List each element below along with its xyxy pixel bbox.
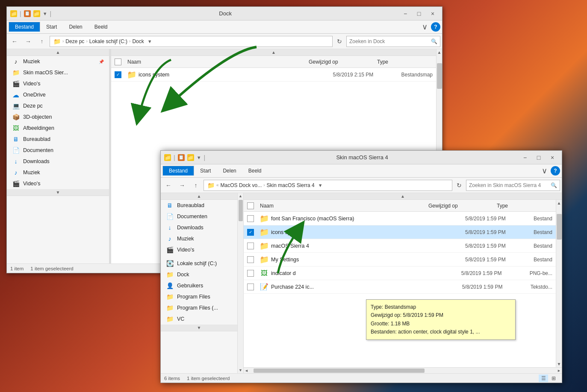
checkbox-indicator-skin[interactable] bbox=[247, 270, 254, 277]
sidebar-item-muziek-dock[interactable]: ♪ Muziek 📌 bbox=[7, 56, 109, 67]
sidebar-scroll-down-skin[interactable]: ▼ bbox=[161, 325, 237, 331]
sidebar-scroll-up-dock[interactable]: ▲ bbox=[7, 49, 109, 56]
scrollbar-down-skin[interactable]: ▼ bbox=[556, 362, 562, 367]
sidebar-item-muziek-skin[interactable]: ♪ Muziek bbox=[161, 233, 237, 244]
sidebar-item-muziek2-dock[interactable]: ♪ Muziek bbox=[7, 167, 109, 178]
close-button-dock[interactable]: × bbox=[427, 9, 439, 18]
sidebar-scroll-up-skin[interactable]: ▲ bbox=[161, 193, 237, 200]
sidebar-item-drive-skin[interactable]: 💽 Lokale schijf (C:) bbox=[161, 258, 237, 269]
sidebar-item-dezepc-dock[interactable]: 💻 Deze pc bbox=[7, 100, 109, 111]
hscroll-thumb-skin[interactable] bbox=[254, 369, 425, 373]
sidebar-item-onedrive-dock[interactable]: ☁ OneDrive bbox=[7, 89, 109, 100]
tab-delen-dock[interactable]: Delen bbox=[63, 22, 88, 32]
path-part1-dock[interactable]: Deze pc bbox=[65, 38, 84, 44]
hscroll-right-skin[interactable]: ► bbox=[556, 369, 562, 373]
scrollbar-thumb-skin[interactable] bbox=[557, 214, 562, 240]
tab-beeld-skin[interactable]: Beeld bbox=[242, 166, 268, 176]
maximize-button-skin[interactable]: □ bbox=[533, 153, 545, 162]
back-button-dock[interactable]: ← bbox=[9, 35, 21, 47]
sidebar-item-documenten-skin[interactable]: 📄 Documenten bbox=[161, 211, 237, 222]
details-view-btn-skin[interactable]: ☰ bbox=[539, 374, 548, 382]
col-name-dock[interactable]: Naam bbox=[127, 59, 309, 65]
minimize-button-dock[interactable]: − bbox=[399, 9, 411, 18]
checkbox-macos-skin[interactable] bbox=[247, 243, 254, 249]
close-button-skin[interactable]: × bbox=[546, 153, 558, 162]
tab-start-dock[interactable]: Start bbox=[40, 22, 63, 32]
sidebar-item-programfiles-skin[interactable]: 📁 Program Files bbox=[161, 291, 237, 302]
tab-start-skin[interactable]: Start bbox=[194, 166, 217, 176]
forward-button-skin[interactable]: → bbox=[176, 179, 188, 191]
path-dropdown-dock[interactable]: ▼ bbox=[147, 39, 152, 44]
refresh-button-dock[interactable]: ↻ bbox=[334, 36, 345, 47]
horizontal-scrollbar-skin[interactable]: ◄ ► bbox=[244, 367, 562, 373]
table-row[interactable]: 📝 Purchase 224 ic... 5/8/2019 1:59 PM Te… bbox=[244, 280, 556, 294]
checkbox-purchase-skin[interactable] bbox=[247, 284, 254, 290]
tab-bestand-dock[interactable]: Bestand bbox=[9, 22, 40, 32]
tiles-view-btn-skin[interactable]: ⊞ bbox=[549, 374, 558, 382]
path-dropdown-skin[interactable]: ▼ bbox=[318, 183, 323, 188]
sidebar-item-3dobjecten-dock[interactable]: 📦 3D-objecten bbox=[7, 111, 109, 123]
search-input-dock[interactable] bbox=[349, 38, 431, 44]
sidebar-item-downloads-skin[interactable]: ↓ Downloads bbox=[161, 222, 237, 233]
file-checkbox-icons-dock[interactable]: ✓ bbox=[115, 71, 121, 78]
sidebar-item-skin-dock[interactable]: 📁 Skin macOS Sier... bbox=[7, 67, 109, 78]
address-path-skin[interactable]: 📁 « MacOS Dock vo... › Skin macOS Sierra… bbox=[204, 180, 452, 191]
sidebar-item-bureaublad-skin[interactable]: 🖥 Bureaublad bbox=[161, 200, 237, 211]
sidebar-sb-up-skin[interactable]: ▲ bbox=[239, 194, 242, 198]
sidebar-item-videos-skin[interactable]: 🎬 Video's bbox=[161, 244, 237, 255]
minimize-button-skin[interactable]: − bbox=[519, 153, 531, 162]
forward-button-dock[interactable]: → bbox=[22, 35, 34, 47]
hscroll-left-skin[interactable]: ◄ bbox=[244, 369, 249, 373]
checkbox-mysettings-skin[interactable] bbox=[247, 256, 254, 263]
checkbox-icons-skin[interactable]: ✓ bbox=[247, 229, 254, 236]
sidebar-item-programfiles2-skin[interactable]: 📁 Program Files (... bbox=[161, 302, 237, 313]
ribbon-expand-skin[interactable]: ∨ bbox=[538, 165, 551, 176]
col-date-dock[interactable]: Gewijzigd op bbox=[309, 59, 377, 65]
path-part3-dock[interactable]: Dock bbox=[132, 38, 144, 44]
scrollbar-v-skin[interactable]: ▲ ▼ bbox=[556, 200, 562, 367]
header-checkbox-dock[interactable] bbox=[115, 59, 121, 65]
sidebar-item-dock-skin[interactable]: 📁 Dock bbox=[161, 269, 237, 280]
col-name-skin[interactable]: Naam bbox=[260, 203, 428, 209]
scrollbar-up-skin[interactable]: ▲ bbox=[556, 200, 562, 205]
header-checkbox-skin[interactable] bbox=[247, 202, 254, 209]
table-row[interactable]: ✓ 📁 icons system 5/8/2019 2:15 PM Bestan… bbox=[111, 68, 436, 82]
table-row[interactable]: 🖼 indicator d 5/8/2019 1:59 PM PNG-be... bbox=[244, 266, 556, 280]
path-part1-skin[interactable]: MacOS Dock vo... bbox=[221, 182, 262, 188]
search-input-skin[interactable] bbox=[469, 182, 551, 188]
maximize-button-dock[interactable]: □ bbox=[413, 9, 425, 18]
scrollbar-thumb-dock[interactable] bbox=[437, 63, 442, 89]
help-button-dock[interactable]: ? bbox=[431, 22, 440, 32]
address-path-dock[interactable]: 📁 › Deze pc › Lokale schijf (C:) › Dock … bbox=[50, 36, 333, 47]
tab-delen-skin[interactable]: Delen bbox=[217, 166, 242, 176]
tab-beeld-dock[interactable]: Beeld bbox=[88, 22, 114, 32]
col-type-dock[interactable]: Type bbox=[377, 59, 433, 65]
sidebar-item-gebruikers-skin[interactable]: 👤 Gebruikers bbox=[161, 280, 237, 291]
sidebar-scrollbar-skin[interactable]: ▲ ▼ bbox=[238, 193, 244, 373]
refresh-button-skin[interactable]: ↻ bbox=[454, 180, 464, 190]
sidebar-item-videos-dock[interactable]: 🎬 Video's bbox=[7, 78, 109, 89]
file-scroll-up-skin[interactable]: ▲ bbox=[244, 193, 562, 200]
help-button-skin[interactable]: ? bbox=[551, 166, 560, 176]
sidebar-item-afbeeldingen-dock[interactable]: 🖼 Afbeeldingen bbox=[7, 123, 109, 134]
table-row[interactable]: 📁 My Settings 5/8/2019 1:59 PM Bestand bbox=[244, 253, 556, 266]
table-row[interactable]: 📁 font San Francisco (macOS Sierra) 5/8/… bbox=[244, 212, 556, 225]
table-row[interactable]: 📁 macOS Sierra 4 5/8/2019 1:59 PM Bestan… bbox=[244, 239, 556, 253]
sidebar-sb-thumb-skin[interactable] bbox=[239, 200, 243, 221]
back-button-skin[interactable]: ← bbox=[162, 179, 174, 191]
path-part2-dock[interactable]: Lokale schijf (C:) bbox=[89, 38, 127, 44]
scrollbar-up-dock[interactable]: ▲ bbox=[437, 49, 442, 55]
sidebar-item-bureaublad-dock[interactable]: 🖥 Bureaublad bbox=[7, 134, 109, 145]
path-part2-skin[interactable]: Skin macOS Sierra 4 bbox=[267, 182, 315, 188]
ribbon-expand-dock[interactable]: ∨ bbox=[419, 21, 431, 32]
sidebar-item-downloads-dock[interactable]: ↓ Downloads bbox=[7, 156, 109, 167]
sidebar-sb-down-skin[interactable]: ▼ bbox=[239, 368, 242, 372]
sidebar-scroll-down-dock[interactable]: ▼ bbox=[7, 189, 109, 196]
col-date-skin[interactable]: Gewijzigd op bbox=[428, 203, 497, 209]
table-row[interactable]: ✓ 📁 icons system 5/8/2019 1:59 PM Bestan… bbox=[244, 225, 556, 239]
checkbox-font-skin[interactable] bbox=[247, 215, 254, 222]
tab-bestand-skin[interactable]: Bestand bbox=[162, 166, 194, 176]
sidebar-item-videos2-dock[interactable]: 🎬 Video's bbox=[7, 178, 109, 189]
sidebar-item-documenten-dock[interactable]: 📄 Documenten bbox=[7, 145, 109, 156]
up-button-skin[interactable]: ↑ bbox=[190, 179, 202, 191]
